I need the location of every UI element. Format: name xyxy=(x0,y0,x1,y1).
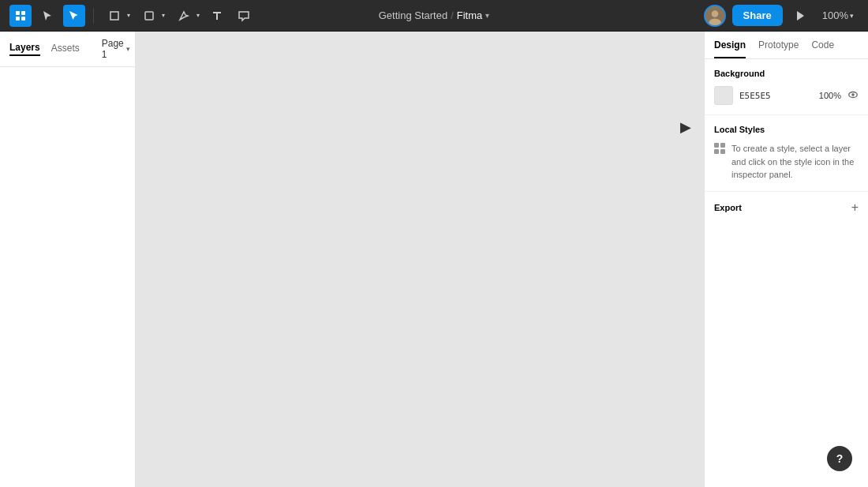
figma-logo[interactable] xyxy=(9,5,32,27)
background-color-hex[interactable]: E5E5E5 xyxy=(739,91,813,101)
svg-rect-1 xyxy=(21,11,25,15)
background-title: Background xyxy=(714,69,859,78)
comment-tool-button[interactable] xyxy=(233,5,255,27)
zoom-control[interactable]: 100% ▾ xyxy=(817,6,859,24)
pen-tool-dropdown[interactable]: ▾ xyxy=(171,3,201,28)
file-name-label: Fitma xyxy=(457,9,483,21)
export-add-button[interactable]: + xyxy=(851,201,859,214)
canvas[interactable]: ▶ xyxy=(136,32,704,487)
svg-rect-14 xyxy=(714,149,719,154)
svg-point-7 xyxy=(711,10,718,17)
topbar-right: Share 100% ▾ xyxy=(704,5,859,27)
style-grid-icon xyxy=(714,143,725,156)
svg-rect-0 xyxy=(16,11,20,15)
layers-tab[interactable]: Layers xyxy=(9,42,40,56)
zoom-chevron: ▾ xyxy=(850,12,854,20)
frame-tool-chevron: ▾ xyxy=(127,12,130,19)
svg-point-8 xyxy=(709,18,720,26)
background-row: E5E5E5 100% xyxy=(714,86,859,105)
export-label: Export xyxy=(714,203,742,212)
page-chevron: ▾ xyxy=(126,45,130,53)
design-tab[interactable]: Design xyxy=(714,32,746,58)
local-styles-section: Local Styles To create a style, select a… xyxy=(705,115,868,192)
help-button[interactable]: ? xyxy=(827,446,852,471)
svg-rect-13 xyxy=(720,143,725,148)
svg-rect-15 xyxy=(720,149,725,154)
svg-point-11 xyxy=(851,93,855,96)
page-1-tab[interactable]: Page 1 ▾ xyxy=(102,38,130,60)
local-styles-title: Local Styles xyxy=(714,125,859,134)
topbar: ▾ ▾ ▾ xyxy=(0,0,868,32)
svg-rect-5 xyxy=(145,12,153,20)
visibility-eye-icon[interactable] xyxy=(847,89,859,103)
breadcrumb-separator: / xyxy=(451,9,454,21)
left-panel: Layers Assets Page 1 ▾ xyxy=(0,32,136,487)
frame-tool-dropdown[interactable]: ▾ xyxy=(102,3,132,28)
background-section: Background E5E5E5 100% xyxy=(705,59,868,115)
pen-tool-button[interactable] xyxy=(173,5,195,27)
file-name-chevron: ▾ xyxy=(485,11,489,20)
background-color-swatch[interactable] xyxy=(714,86,733,105)
svg-rect-3 xyxy=(21,17,25,21)
file-name-dropdown[interactable]: Fitma ▾ xyxy=(457,9,490,21)
shape-tool-dropdown[interactable]: ▾ xyxy=(137,3,166,28)
main-area: Layers Assets Page 1 ▾ ▶ Design Prototyp… xyxy=(0,32,868,487)
export-section: Export + xyxy=(705,192,868,223)
svg-rect-4 xyxy=(110,12,118,20)
share-button[interactable]: Share xyxy=(732,5,783,26)
shape-tool-chevron: ▾ xyxy=(162,12,165,19)
play-button[interactable] xyxy=(789,5,811,27)
shape-tool-button[interactable] xyxy=(138,5,160,27)
frame-tool-button[interactable] xyxy=(103,5,125,27)
code-tab[interactable]: Code xyxy=(811,32,834,58)
breadcrumb: Getting Started / Fitma ▾ xyxy=(379,9,490,21)
avatar xyxy=(704,5,726,27)
zoom-level: 100% xyxy=(822,9,848,21)
pen-tool-chevron: ▾ xyxy=(196,12,200,19)
svg-rect-2 xyxy=(16,17,20,21)
svg-marker-9 xyxy=(797,11,804,21)
panel-tabs: Layers Assets Page 1 ▾ xyxy=(0,32,135,67)
tool-separator-1 xyxy=(93,8,94,24)
local-styles-hint: To create a style, select a layer and cl… xyxy=(714,142,859,182)
prototype-tab[interactable]: Prototype xyxy=(758,32,799,58)
right-panel: Design Prototype Code Background E5E5E5 … xyxy=(704,32,868,487)
panel-content xyxy=(0,67,135,487)
background-opacity[interactable]: 100% xyxy=(819,91,841,100)
right-panel-tabs: Design Prototype Code xyxy=(705,32,868,59)
project-name: Getting Started xyxy=(379,9,447,21)
move-tool-button[interactable] xyxy=(36,5,58,27)
topbar-left: ▾ ▾ ▾ xyxy=(9,3,255,28)
local-styles-hint-text: To create a style, select a layer and cl… xyxy=(731,142,859,182)
svg-rect-12 xyxy=(714,143,719,148)
assets-tab[interactable]: Assets xyxy=(51,43,80,55)
select-tool-button[interactable] xyxy=(63,5,85,27)
text-tool-button[interactable] xyxy=(206,5,228,27)
